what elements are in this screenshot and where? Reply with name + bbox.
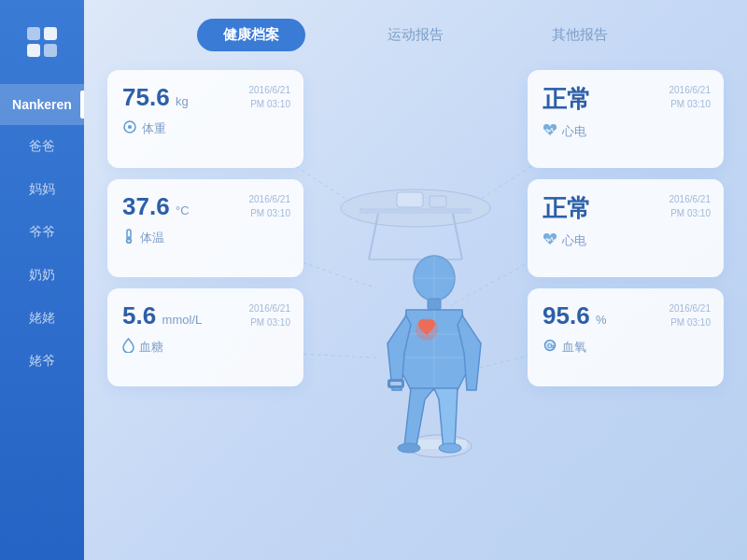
sidebar-item-label: Nankeren (12, 97, 72, 112)
sidebar: Nankeren 爸爸 妈妈 爷爷 奶奶 姥姥 姥爷 (0, 0, 84, 560)
app-container: Nankeren 爸爸 妈妈 爷爷 奶奶 姥姥 姥爷 (0, 0, 747, 560)
tab-other-report[interactable]: 其他报告 (526, 19, 634, 51)
svg-rect-0 (27, 27, 40, 40)
blood-oxygen-value: 95.6 (543, 301, 590, 329)
blood-sugar-card: 2016/6/21 PM 03:10 5.6 mmol/L 血糖 (107, 288, 303, 386)
weight-card: 2016/6/21 PM 03:10 75.6 kg (107, 70, 303, 168)
temperature-value: 37.6 (122, 192, 170, 220)
blood-sugar-label: 血糖 (139, 339, 163, 356)
right-cards: 2016/6/21 PM 03:10 正常 心电 (528, 70, 724, 541)
sidebar-item-laolao[interactable]: 姥姥 (0, 297, 84, 340)
left-cards: 2016/6/21 PM 03:10 75.6 kg (107, 70, 303, 541)
blood-oxygen-label: 血氧 (562, 339, 586, 356)
sidebar-item-label: 爸爸 (29, 138, 55, 155)
ecg1-value: 正常 (543, 85, 591, 113)
svg-rect-28 (428, 299, 441, 310)
weight-label-row: 体重 (122, 119, 289, 137)
ecg1-date: 2016/6/21 PM 03:10 (669, 83, 712, 111)
svg-rect-21 (430, 196, 446, 207)
svg-rect-34 (390, 382, 402, 385)
ecg2-label: 心电 (562, 232, 586, 249)
blood-oxygen-label-row: O₂ 血氧 (543, 338, 709, 356)
ecg2-date: 2016/6/21 PM 03:10 (669, 192, 712, 220)
sidebar-item-laoye[interactable]: 姥爷 (0, 340, 84, 383)
drop-icon (122, 338, 134, 356)
ecg2-value: 正常 (543, 194, 591, 222)
svg-point-11 (128, 125, 132, 129)
ecg1-label: 心电 (562, 123, 586, 140)
blood-oxygen-unit: % (596, 313, 607, 327)
blood-oxygen-card: 2016/6/21 PM 03:10 95.6 % O₂ (528, 288, 724, 386)
sidebar-logo (19, 19, 65, 65)
weight-label: 体重 (142, 120, 166, 137)
sidebar-item-label: 姥爷 (29, 353, 55, 370)
ecg2-card: 2016/6/21 PM 03:10 正常 心电 (528, 179, 724, 277)
sidebar-item-nankeren[interactable]: Nankeren (0, 84, 84, 125)
tab-exercise-report[interactable]: 运动报告 (361, 19, 470, 51)
ecg2-label-row: 心电 (543, 232, 709, 249)
ecg1-label-row: 心电 (543, 123, 709, 140)
oxygen-icon: O₂ (543, 338, 557, 356)
svg-point-13 (127, 239, 132, 244)
blood-oxygen-date: 2016/6/21 PM 03:10 (669, 301, 712, 329)
svg-rect-2 (27, 44, 40, 57)
tab-health-records[interactable]: 健康档案 (197, 19, 305, 51)
sidebar-item-label: 姥姥 (29, 310, 55, 327)
temperature-card: 2016/6/21 PM 03:10 37.6 °C (107, 179, 303, 277)
weight-unit: kg (176, 94, 189, 108)
svg-text:O₂: O₂ (547, 343, 555, 349)
sidebar-item-label: 妈妈 (29, 181, 55, 198)
sidebar-item-label: 爷爷 (29, 224, 55, 241)
temperature-unit: °C (176, 203, 190, 217)
weight-value: 75.6 (122, 83, 170, 111)
blood-sugar-unit: mmol/L (162, 313, 203, 327)
sidebar-item-nainai[interactable]: 奶奶 (0, 254, 84, 297)
center-illustration (285, 70, 546, 541)
weight-icon (122, 119, 137, 137)
svg-point-35 (398, 443, 420, 453)
heart-ecg2-icon (543, 233, 557, 249)
sidebar-navigation: Nankeren 爸爸 妈妈 爷爷 奶奶 姥姥 姥爷 (0, 84, 84, 383)
temperature-label: 体温 (140, 230, 164, 246)
svg-rect-20 (397, 192, 423, 207)
cards-area: 2016/6/21 PM 03:10 75.6 kg (107, 70, 724, 541)
sidebar-item-yeye[interactable]: 爷爷 (0, 211, 84, 254)
heart-ecg-icon (543, 124, 557, 140)
blood-sugar-date: 2016/6/21 PM 03:10 (249, 301, 291, 329)
thermometer-icon (122, 229, 135, 246)
tabs-bar: 健康档案 运动报告 其他报告 (107, 19, 724, 51)
sidebar-item-label: 奶奶 (29, 267, 55, 284)
svg-rect-3 (44, 44, 57, 57)
svg-rect-16 (359, 208, 472, 214)
blood-sugar-label-row: 血糖 (122, 338, 289, 356)
main-content: 健康档案 运动报告 其他报告 (84, 0, 747, 560)
ecg1-card: 2016/6/21 PM 03:10 正常 心电 (528, 70, 724, 168)
sidebar-item-mama[interactable]: 妈妈 (0, 168, 84, 211)
temperature-label-row: 体温 (122, 229, 289, 246)
blood-sugar-value: 5.6 (122, 301, 156, 329)
sidebar-item-baba[interactable]: 爸爸 (0, 125, 84, 168)
svg-rect-1 (44, 27, 57, 40)
temperature-date: 2016/6/21 PM 03:10 (249, 192, 291, 220)
svg-point-36 (439, 443, 461, 453)
weight-date: 2016/6/21 PM 03:10 (249, 83, 291, 111)
